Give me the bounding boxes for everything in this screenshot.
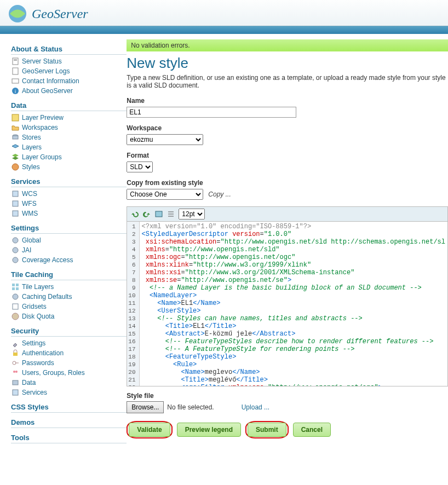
undo-icon[interactable] [130,210,139,218]
info-icon: i [11,86,20,95]
sidebar-item-sec-settings[interactable]: Settings [11,338,127,348]
validate-button[interactable]: Validate [129,423,170,437]
submit-button[interactable]: Submit [248,423,286,437]
svg-point-17 [13,247,18,253]
copy-select[interactable]: Choose One [127,189,203,200]
sidebar-item-sec-services[interactable]: Services [11,388,127,397]
layers-icon [11,143,20,152]
logo: GeoServer [5,3,120,25]
svg-point-25 [12,313,19,320]
svg-rect-24 [13,304,18,309]
sidebar-item-caching-defaults[interactable]: Caching Defaults [11,292,127,302]
code-source[interactable]: <?xml version="1.0" encoding="ISO-8859-1… [140,222,448,386]
svg-rect-31 [13,380,18,385]
upload-link[interactable]: Upload ... [242,403,269,411]
redo-icon[interactable] [142,210,151,218]
svg-point-30 [15,371,18,373]
service-icon [11,388,20,397]
document-icon [11,57,20,66]
svg-rect-15 [13,211,18,216]
data-icon [11,378,20,387]
stylefile-label: Style file [127,392,448,400]
format-icon[interactable] [166,210,175,218]
sidebar-item-gridsets[interactable]: Gridsets [11,302,127,311]
svg-point-18 [13,257,18,263]
main-content: No validation errors. New style Type a n… [127,34,448,451]
svg-rect-14 [13,201,18,206]
sidebar-item-workspaces[interactable]: Workspaces [11,123,127,132]
sidebar-item-styles[interactable]: Styles [11,162,127,172]
sidebar-item-contact[interactable]: Contact Information [11,76,127,86]
sidebar-item-sec-data[interactable]: Data [11,378,127,388]
app-header: GeoServer [0,0,448,26]
svg-rect-3 [14,59,17,60]
sidebar-heading-demos[interactable]: Demos [11,418,127,428]
database-icon [11,133,20,142]
workspace-select[interactable]: ekozmu [127,134,203,145]
file-status: No file selected. [167,403,214,411]
sidebar-item-stores[interactable]: Stores [11,132,127,142]
svg-rect-5 [13,68,18,74]
sidebar-item-wms[interactable]: WMS [11,209,127,218]
sidebar-item-about[interactable]: iAbout GeoServer [11,86,127,96]
svg-rect-22 [16,287,19,290]
svg-rect-26 [13,353,18,356]
sidebar: About & Status Server Status GeoServer L… [0,34,127,451]
browse-button[interactable]: Browse... [127,401,164,413]
sidebar-item-layer-preview[interactable]: Layer Preview [11,113,127,123]
svg-rect-20 [16,284,19,286]
sidebar-heading-data: Data [11,101,127,111]
sidebar-heading-security: Security [11,327,127,337]
svg-rect-11 [13,136,18,139]
sidebar-item-tile-layers[interactable]: Tile Layers [11,282,127,292]
copy-label: Copy from existing style [127,179,448,187]
sidebar-item-wfs[interactable]: WFS [11,199,127,209]
sidebar-heading-tools[interactable]: Tools [11,434,127,443]
sidebar-item-auth[interactable]: Authentication [11,348,127,358]
sidebar-item-jai[interactable]: JAI [11,245,127,255]
card-icon [11,77,20,85]
line-gutter: 1 2 3 4 5 6 7 8 9 10 11 12 13 14 15 16 1… [127,222,139,386]
svg-rect-2 [13,58,18,65]
editor-toolbar: 12pt [127,206,448,222]
cancel-button[interactable]: Cancel [293,423,331,437]
format-select[interactable]: SLD [127,161,153,172]
name-input[interactable] [127,107,296,118]
palette-icon [11,163,20,171]
svg-rect-13 [13,191,18,197]
font-size-select[interactable]: 12pt [179,209,205,220]
goto-icon[interactable] [154,210,163,218]
sidebar-item-users[interactable]: Users, Groups, Roles [11,368,127,378]
users-icon [11,368,20,377]
folder-icon [11,123,20,132]
svg-rect-6 [12,79,19,83]
sidebar-item-wcs[interactable]: WCS [11,189,127,199]
preview-legend-button[interactable]: Preview legend [177,423,241,437]
preview-icon [11,113,20,122]
page-title: New style [127,55,448,72]
gear-icon [11,236,20,245]
wrench-icon [11,339,20,348]
key-icon [11,359,20,367]
document-icon [11,67,20,76]
sidebar-item-global[interactable]: Global [11,235,127,245]
sidebar-item-passwords[interactable]: Passwords [11,358,127,368]
code-editor[interactable]: 1 2 3 4 5 6 7 8 9 10 11 12 13 14 15 16 1… [127,222,448,386]
copy-link[interactable]: Copy ... [208,190,231,198]
gear-icon [11,292,20,301]
svg-text:GeoServer: GeoServer [32,7,88,21]
sidebar-item-coverage[interactable]: Coverage Access [11,255,127,265]
action-buttons: Validate Preview legend Submit Cancel [127,421,448,438]
sidebar-item-disk-quota[interactable]: Disk Quota [11,311,127,321]
service-icon [11,189,20,198]
sidebar-item-layer-groups[interactable]: Layer Groups [11,152,127,162]
sidebar-heading-css[interactable]: CSS Styles [11,403,127,413]
sidebar-item-logs[interactable]: GeoServer Logs [11,66,127,76]
sidebar-item-server-status[interactable]: Server Status [11,56,127,66]
svg-text:i: i [15,89,16,94]
svg-rect-4 [14,60,17,61]
grid-icon [11,282,20,291]
highlight-ring: Validate [127,421,172,438]
highlight-ring: Submit [245,421,289,438]
sidebar-item-layers[interactable]: Layers [11,142,127,152]
